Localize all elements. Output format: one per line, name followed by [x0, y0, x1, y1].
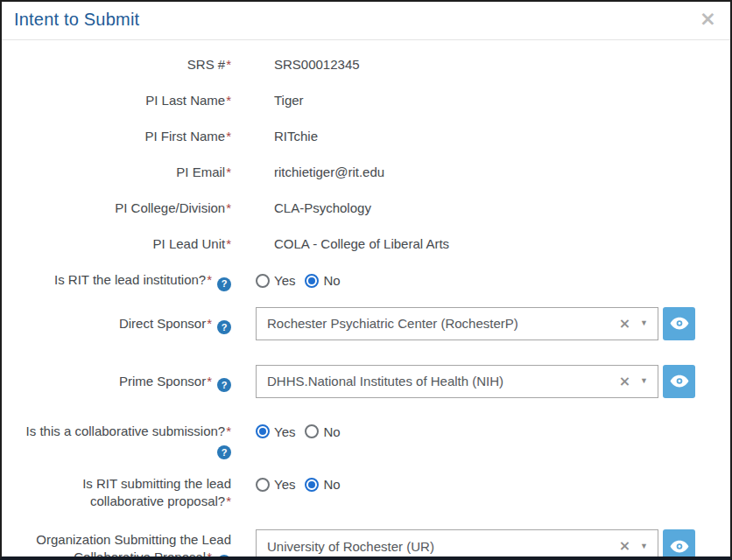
- modal-header: Intent to Submit ×: [2, 2, 730, 40]
- radio-no-label[interactable]: No: [323, 477, 340, 492]
- modal-body: SRS #* SRS00012345 PI Last Name* Tiger P…: [2, 40, 730, 560]
- chevron-down-icon[interactable]: ▼: [640, 319, 648, 327]
- field-label: Organization Submitting the Lead Collabo…: [14, 529, 231, 560]
- field-value: COLA - College of Liberal Arts: [256, 235, 718, 253]
- close-icon[interactable]: ×: [700, 9, 716, 29]
- label-text: SRS #: [187, 57, 225, 72]
- field-label: PI Lead Unit*: [14, 235, 231, 253]
- field-row-organization-submitting: Organization Submitting the Lead Collabo…: [14, 529, 718, 560]
- label-text: PI Lead Unit: [153, 236, 226, 251]
- required-asterisk: *: [226, 494, 231, 508]
- field-row-srs: SRS #* SRS00012345: [14, 56, 718, 74]
- field-value: SRS00012345: [256, 56, 718, 74]
- eye-button[interactable]: [663, 365, 695, 398]
- page-title: Intent to Submit: [14, 10, 718, 30]
- radio-group-lead-collaborative-proposal: Yes No: [256, 475, 718, 494]
- help-icon[interactable]: ?: [217, 445, 231, 459]
- field-label: Prime Sponsor*?: [14, 365, 231, 393]
- prime-sponsor-control: DHHS.National Institutes of Health (NIH)…: [256, 365, 718, 398]
- label-text: Is this a collaborative submission?: [26, 424, 226, 438]
- field-row-direct-sponsor: Direct Sponsor*? Rochester Psychiatric C…: [14, 307, 718, 340]
- field-value: ritchietiger@rit.edu: [256, 164, 718, 181]
- required-asterisk: *: [207, 272, 212, 287]
- field-label: PI Last Name*: [14, 92, 231, 109]
- label-text: PI Email: [176, 164, 225, 179]
- intent-to-submit-modal: Intent to Submit × SRS #* SRS00012345 PI…: [0, 0, 732, 560]
- required-asterisk: *: [226, 57, 231, 72]
- field-row-collaborative-submission: Is this a collaborative submission?*? Ye…: [14, 423, 718, 460]
- radio-yes-label[interactable]: Yes: [274, 273, 295, 288]
- select-value: University of Rochester (UR): [267, 539, 619, 554]
- label-text: PI Last Name: [145, 93, 225, 108]
- help-icon[interactable]: ?: [217, 320, 231, 334]
- help-icon[interactable]: ?: [217, 277, 231, 291]
- radio-yes-label[interactable]: Yes: [274, 477, 295, 492]
- required-asterisk: *: [226, 200, 231, 215]
- direct-sponsor-select[interactable]: Rochester Psychiatric Center (RochesterP…: [256, 307, 658, 340]
- field-label: Is this a collaborative submission?*?: [14, 423, 231, 460]
- radio-no-label[interactable]: No: [323, 273, 340, 288]
- organization-select[interactable]: University of Rochester (UR) × ▼: [256, 529, 658, 560]
- field-row-lead-institution: Is RIT the lead institution?*? Yes No: [14, 271, 718, 291]
- field-row-lead-collaborative-proposal: Is RIT submitting the lead collaborative…: [14, 475, 718, 510]
- label-text: Is RIT the lead institution?: [54, 272, 206, 287]
- select-value: Rochester Psychiatric Center (RochesterP…: [267, 316, 619, 331]
- label-text: Direct Sponsor: [119, 316, 206, 331]
- eye-button[interactable]: [663, 529, 695, 560]
- field-row-pi-lead-unit: PI Lead Unit* COLA - College of Liberal …: [14, 235, 718, 253]
- direct-sponsor-control: Rochester Psychiatric Center (RochesterP…: [256, 307, 718, 340]
- field-value: CLA-Psychology: [256, 200, 718, 217]
- field-row-pi-email: PI Email* ritchietiger@rit.edu: [14, 164, 718, 181]
- eye-icon: [670, 374, 689, 388]
- field-label: PI Email*: [14, 164, 231, 181]
- required-asterisk: *: [226, 93, 231, 108]
- label-text: Organization Submitting the Lead Collabo…: [36, 532, 231, 560]
- select-value: DHHS.National Institutes of Health (NIH): [267, 374, 619, 388]
- field-value: Tiger: [256, 92, 718, 109]
- label-text: PI First Name: [144, 129, 225, 144]
- field-row-prime-sponsor: Prime Sponsor*? DHHS.National Institutes…: [14, 365, 718, 398]
- field-label: PI First Name*: [14, 128, 231, 145]
- prime-sponsor-select[interactable]: DHHS.National Institutes of Health (NIH)…: [256, 365, 658, 398]
- organization-control: University of Rochester (UR) × ▼: [256, 529, 718, 560]
- radio-group-lead-institution: Yes No: [256, 271, 718, 290]
- field-row-pi-last-name: PI Last Name* Tiger: [14, 92, 718, 109]
- required-asterisk: *: [207, 550, 212, 560]
- chevron-down-icon[interactable]: ▼: [640, 542, 648, 550]
- label-text: PI College/Division: [115, 200, 225, 215]
- radio-group-collaborative-submission: Yes No: [256, 423, 718, 441]
- field-label: SRS #*: [14, 56, 231, 74]
- required-asterisk: *: [207, 374, 212, 388]
- radio-no[interactable]: [305, 274, 319, 288]
- required-asterisk: *: [226, 424, 231, 438]
- eye-icon: [670, 317, 689, 330]
- help-icon[interactable]: ?: [217, 378, 231, 392]
- radio-yes[interactable]: [256, 424, 270, 438]
- field-label: Is RIT submitting the lead collaborative…: [14, 475, 231, 510]
- chevron-down-icon[interactable]: ▼: [640, 377, 648, 385]
- clear-icon[interactable]: ×: [619, 374, 630, 388]
- radio-yes[interactable]: [256, 274, 270, 288]
- field-label: Is RIT the lead institution?*?: [14, 271, 231, 291]
- radio-yes-label[interactable]: Yes: [274, 424, 295, 439]
- clear-icon[interactable]: ×: [619, 317, 630, 331]
- field-row-pi-college: PI College/Division* CLA-Psychology: [14, 200, 718, 217]
- required-asterisk: *: [226, 236, 231, 251]
- help-icon[interactable]: ?: [217, 555, 231, 560]
- eye-button[interactable]: [663, 307, 695, 340]
- required-asterisk: *: [226, 129, 231, 144]
- field-label: PI College/Division*: [14, 200, 231, 217]
- field-row-pi-first-name: PI First Name* RITchie: [14, 128, 718, 145]
- eye-icon: [670, 540, 689, 553]
- radio-no-label[interactable]: No: [323, 424, 340, 439]
- radio-no[interactable]: [305, 424, 319, 438]
- radio-no[interactable]: [305, 478, 319, 492]
- field-value: RITchie: [256, 128, 718, 145]
- field-label: Direct Sponsor*?: [14, 307, 231, 335]
- label-text: Prime Sponsor: [119, 374, 206, 388]
- label-text: Is RIT submitting the lead collaborative…: [82, 476, 231, 508]
- required-asterisk: *: [207, 316, 212, 331]
- required-asterisk: *: [226, 164, 231, 179]
- radio-yes[interactable]: [256, 478, 270, 492]
- clear-icon[interactable]: ×: [619, 539, 630, 553]
